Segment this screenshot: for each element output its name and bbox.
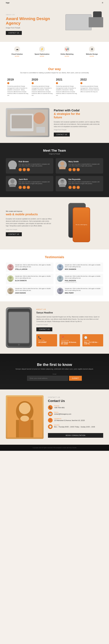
tablet-device bbox=[89, 17, 103, 27]
phone-content: We are a Web Agency bbox=[74, 223, 88, 226]
be-first-section: Be the first to know Semper aliquet laor… bbox=[0, 354, 109, 390]
avatar-mike bbox=[57, 288, 63, 294]
partner-content: Partner with Codal & strategize for the … bbox=[54, 108, 103, 136]
team-info-janh: Janh Rich Duis aute irure dolor in repre… bbox=[18, 178, 51, 189]
social-facebook-rob[interactable]: f bbox=[18, 168, 22, 171]
test-name-elca: ELCA CHANGYA bbox=[15, 280, 52, 282]
svg-point-7 bbox=[60, 162, 64, 166]
social-twitter-rob[interactable]: t bbox=[23, 168, 26, 171]
about-contact-button[interactable]: CONTACT US bbox=[36, 328, 52, 331]
service-marketing-title: Online Marketing bbox=[56, 53, 78, 55]
about-phone-mockup bbox=[6, 307, 32, 348]
social-linkedin-nat[interactable]: in bbox=[76, 186, 80, 189]
partner-title-line3: future bbox=[54, 116, 62, 119]
phone-front: We are a Web Agency bbox=[73, 207, 90, 242]
about-phone-visual bbox=[7, 309, 30, 346]
svg-point-8 bbox=[59, 166, 66, 169]
team-info-mary: Mary Smith Duis aute irure dolor in repr… bbox=[68, 160, 101, 171]
svg-point-6 bbox=[9, 166, 16, 169]
book-consultation-button[interactable]: BOOK CONSULTATION bbox=[48, 433, 103, 438]
hero-subtitle: Image From Freepik bbox=[6, 27, 54, 29]
social-linkedin-rob[interactable]: in bbox=[27, 168, 30, 171]
year-2019: 2019 bbox=[7, 78, 29, 81]
hamburger-icon[interactable]: ≡ bbox=[102, 2, 103, 4]
web-mobile-pre-title: We create and improve bbox=[6, 210, 52, 212]
team-card-nat: Nat Reynolds Duis aute irure dolor in re… bbox=[56, 176, 103, 191]
web-mobile-visual: We are a Web Agency bbox=[57, 203, 103, 244]
about-info-cards: 📞 CALL US +09 1234567 📍 LOCATION 123 Str… bbox=[36, 334, 103, 346]
hero-visual bbox=[54, 11, 103, 38]
svg-point-9 bbox=[10, 180, 14, 184]
testimonials-grid: Sample text. Click to select the text bo… bbox=[6, 262, 103, 296]
timeline-dot-2021 bbox=[56, 82, 58, 84]
testimonial-elca: Sample text. Click to select the text bo… bbox=[6, 274, 54, 284]
testimonial-nick: Sample text. Click to select the text bo… bbox=[56, 262, 103, 272]
avatar-nat bbox=[58, 178, 67, 187]
svg-point-15 bbox=[9, 265, 12, 268]
team-desc-janh: Duis aute irure dolor in reprehenderit i… bbox=[18, 181, 51, 184]
team-desc-rob: Duis aute irure dolor in reprehenderit i… bbox=[18, 163, 51, 167]
web-mobile-contact-button[interactable]: CONTACT US bbox=[6, 232, 22, 236]
test-text-stella: Sample text. Click to select the text bo… bbox=[15, 264, 52, 268]
testimonials-section: Testimonials Sample text. Click to selec… bbox=[0, 250, 109, 301]
about-section: About Us Sanya Headine Aliquip proident … bbox=[0, 301, 109, 354]
team-name-nat: Nat Reynolds bbox=[68, 178, 101, 180]
partner-contact-button[interactable]: CONTACT US bbox=[54, 132, 70, 136]
about-info-location: 📍 LOCATION 123 Street, 45 Avenue, NY, 12… bbox=[60, 334, 80, 346]
social-facebook-mary[interactable]: f bbox=[68, 168, 72, 171]
timeline-dot-2020 bbox=[32, 82, 34, 84]
contact-label: Contact Us bbox=[48, 396, 103, 398]
service-marketing-more[interactable]: MORE bbox=[56, 56, 78, 57]
our-way-section: Our way Our team is committed to making … bbox=[0, 61, 109, 102]
contact-hours-icon: 🕐 bbox=[48, 424, 52, 429]
speed-icon: ⚡ bbox=[39, 46, 45, 52]
test-info-mike: Sample text. Click to select the text bo… bbox=[65, 288, 102, 294]
year-2022: 2022 bbox=[80, 78, 102, 81]
services-section: ☁ Cloud Solution MORE ⚡ Speed Optimizati… bbox=[0, 42, 109, 61]
service-cloud-title: Cloud Solution bbox=[6, 53, 28, 55]
social-twitter-janh[interactable]: t bbox=[23, 186, 26, 189]
about-credit: Image from Freepik bbox=[36, 324, 103, 325]
partner-illustration bbox=[7, 110, 48, 136]
testimonial-mike: Sample text. Click to select the text bo… bbox=[56, 286, 103, 296]
svg-point-11 bbox=[60, 180, 64, 184]
contact-hours-text: HOURS Mon – Thursday 09:00 – 19:00 / Fri… bbox=[54, 424, 95, 428]
email-input[interactable] bbox=[27, 376, 68, 381]
social-linkedin-mary[interactable]: in bbox=[76, 168, 80, 171]
social-linkedin-janh[interactable]: in bbox=[27, 186, 30, 189]
svg-point-24 bbox=[59, 276, 62, 279]
testimonial-zash: Sample text. Click to select the text bo… bbox=[6, 286, 54, 296]
partner-text: Excepteur sint occaecat cupidatat non pr… bbox=[54, 121, 103, 128]
test-text-paul: Sample text. Click to select the text bo… bbox=[65, 275, 102, 279]
test-email-paul: p.email@example.com bbox=[65, 282, 102, 283]
social-facebook-janh[interactable]: f bbox=[18, 186, 22, 189]
logo: logo bbox=[6, 2, 10, 4]
timeline-text-2020: Pioneering operational change management… bbox=[32, 85, 53, 96]
hero-contact-button[interactable]: CONTACT US bbox=[6, 31, 22, 35]
phone-mockup-group: We are a Web Agency bbox=[67, 203, 93, 244]
testimonial-stella: Sample text. Click to select the text bo… bbox=[6, 262, 54, 272]
timeline-text-2022: Pioneering operational change management… bbox=[80, 85, 102, 92]
be-first-title: Be the first to know bbox=[6, 362, 103, 367]
team-desc-nat: Duis aute irure dolor in reprehenderit i… bbox=[68, 181, 101, 184]
test-info-zash: Sample text. Click to select the text bo… bbox=[15, 288, 52, 294]
social-twitter-mary[interactable]: t bbox=[72, 168, 76, 171]
newsletter-submit-button[interactable]: SUBMIT bbox=[69, 376, 82, 381]
service-cloud-more[interactable]: MORE bbox=[6, 56, 28, 57]
test-name-paul: PAUL MADISON bbox=[65, 280, 102, 282]
our-way-title: Our way bbox=[6, 67, 103, 71]
web-mobile-credit: Image from Freepik bbox=[6, 229, 52, 230]
about-label: About Us bbox=[36, 309, 103, 310]
contact-email-text: EMAIL contact@thisisagency.com bbox=[54, 412, 71, 415]
svg-rect-34 bbox=[9, 312, 29, 343]
social-twitter-nat[interactable]: t bbox=[72, 186, 76, 189]
svg-point-35 bbox=[18, 344, 20, 346]
year-2021: 2021 bbox=[56, 78, 78, 81]
service-cloud: ☁ Cloud Solution MORE bbox=[6, 46, 28, 57]
service-speed-more[interactable]: MORE bbox=[31, 56, 54, 57]
footer-text: Copyright 2023 All rights reserved | Thi… bbox=[32, 447, 76, 448]
service-web-more[interactable]: MORE bbox=[81, 56, 103, 57]
contact-phone-label: PHONE bbox=[54, 405, 65, 406]
social-facebook-nat[interactable]: f bbox=[68, 186, 72, 189]
about-info-call: 📞 CALL US +09 1234567 bbox=[36, 334, 57, 346]
